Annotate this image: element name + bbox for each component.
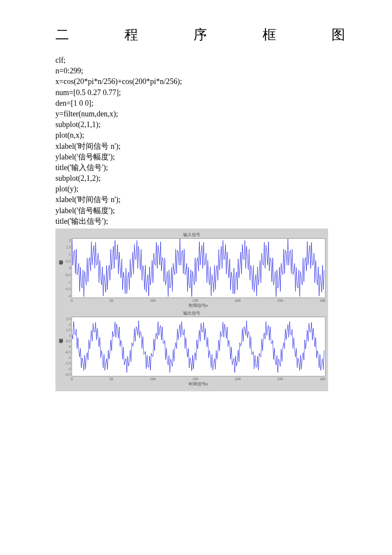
chart-title: 输入信号 bbox=[58, 232, 326, 238]
code-line: plot(y); bbox=[55, 185, 78, 193]
y-axis-label: 信号幅度 bbox=[58, 317, 65, 376]
x-ticks: 0 50 100 150 200 250 300 bbox=[71, 377, 326, 381]
code-line: num=[0.5 0.27 0.77]; bbox=[55, 88, 121, 97]
y-axis-label: 信号幅度 bbox=[58, 238, 65, 298]
code-line: title('输出信号'); bbox=[55, 217, 108, 225]
x-axis-label: 时间信号n bbox=[71, 381, 326, 387]
subplot-input: 输入信号 信号幅度 2 1.5 1 0.5 0 -0.5 -1 -1.5 -2 … bbox=[58, 232, 326, 309]
heading-char: 框 bbox=[262, 26, 276, 44]
y-ticks: 2.5 2 1.5 1 0.5 0 -0.5 -1 -1.5 -2 -2.5 bbox=[65, 317, 72, 376]
plot-area-output bbox=[72, 317, 326, 376]
section-heading: 二 程 序 框 图 bbox=[55, 26, 345, 44]
code-line: subplot(2,1,1); bbox=[55, 120, 101, 129]
code-line: clf; bbox=[55, 56, 66, 64]
subplot-output: 输出信号 信号幅度 2.5 2 1.5 1 0.5 0 -0.5 -1 -1.5… bbox=[58, 310, 326, 387]
heading-char: 程 bbox=[124, 26, 138, 44]
code-line: plot(n,x); bbox=[55, 131, 84, 139]
code-line: ylabel('信号幅度'); bbox=[55, 206, 115, 215]
heading-char: 图 bbox=[331, 26, 345, 44]
code-line: den=[1 0 0]; bbox=[55, 99, 93, 107]
code-line: xlabel('时间信号 n'); bbox=[55, 142, 121, 150]
code-line: subplot(2,1,2); bbox=[55, 174, 101, 182]
plot-area-input bbox=[72, 238, 326, 298]
heading-char: 序 bbox=[193, 26, 207, 44]
code-line: y=filter(num,den,x); bbox=[55, 110, 118, 118]
matlab-figure: 输入信号 信号幅度 2 1.5 1 0.5 0 -0.5 -1 -1.5 -2 … bbox=[55, 228, 328, 391]
code-line: title('输入信号'); bbox=[55, 163, 108, 172]
code-line: n=0:299; bbox=[55, 66, 83, 75]
heading-char: 二 bbox=[55, 26, 69, 44]
code-listing: clf; n=0:299; x=cos(20*pi*n/256)+cos(200… bbox=[55, 55, 345, 227]
x-axis-label: 时间信号n bbox=[71, 303, 326, 309]
chart-title: 输出信号 bbox=[58, 310, 326, 316]
x-ticks: 0 50 100 150 200 250 300 bbox=[71, 298, 326, 303]
code-line: ylabel('信号幅度'); bbox=[55, 153, 115, 161]
code-line: xlabel('时间信号 n'); bbox=[55, 195, 121, 204]
code-line: x=cos(20*pi*n/256)+cos(200*pi*n/256); bbox=[55, 77, 182, 86]
y-ticks: 2 1.5 1 0.5 0 -0.5 -1 -1.5 -2 bbox=[65, 238, 72, 298]
